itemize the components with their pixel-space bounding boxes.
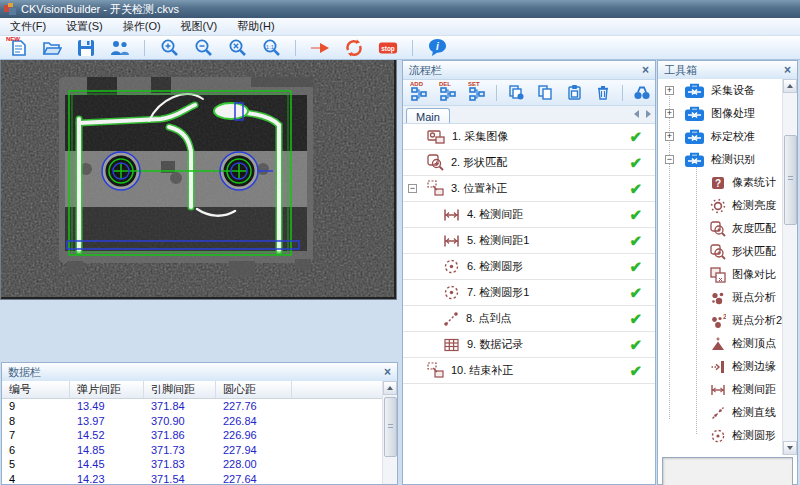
cell-center-dist: 227.94 [216,444,292,456]
flow-step-3[interactable]: − 3. 位置补正 ✔ [403,176,655,202]
zoom-actual-icon[interactable]: 1:1 [261,38,281,58]
toolbar-separator [144,40,145,56]
tool-brightness[interactable]: 检测亮度 [658,194,783,217]
camera-icon [427,129,445,145]
flow-step-8[interactable]: 8. 点到点 ✔ [403,306,655,332]
line-detect-icon [710,405,726,421]
expand-icon[interactable]: + [665,109,674,118]
position-correct-icon [427,180,444,197]
run-once-icon[interactable] [310,38,330,58]
scroll-up-button[interactable] [383,381,397,395]
stop-label: stop [381,44,395,52]
scroll-thumb[interactable] [784,135,797,225]
flow-step-2[interactable]: 2. 形状匹配 ✔ [403,150,655,176]
copy-settings-icon[interactable] [506,83,526,103]
toolbox-group-calibration[interactable]: + 标定校准 [658,125,783,148]
table-row[interactable]: 8 13.97 370.90 226.84 [2,414,383,429]
table-row[interactable]: 9 13.49 371.84 227.76 [2,399,383,414]
expand-icon[interactable]: + [665,86,674,95]
cell-spring-gap: 13.49 [70,400,144,412]
step-label: 10. 结束补正 [451,363,513,378]
zoom-fit-icon[interactable] [227,38,247,58]
toolbox-group-capture[interactable]: + 采集设备 [658,79,783,102]
cell-id: 4 [2,473,70,484]
tool-label: 图像对比 [732,267,776,282]
data-table: 编号 弹片间距 引脚间距 圆心距 9 13.49 371.84 227.76 8… [2,381,383,484]
shape-match-icon [427,154,444,171]
tool-pixel-stats[interactable]: ? 像素统计 [658,171,783,194]
col-header-id[interactable]: 编号 [2,381,70,398]
tool-image-compare[interactable]: 图像对比 [658,263,783,286]
col-header-center-dist[interactable]: 圆心距 [216,381,292,398]
step-label: 8. 点到点 [466,311,511,326]
scroll-down-button[interactable] [783,441,797,455]
table-row[interactable]: 7 14.52 371.86 226.96 [2,428,383,443]
tool-circle-detect[interactable]: 检测圆形 [658,424,783,447]
delete-tool-icon[interactable]: DEL [438,83,458,103]
close-icon[interactable]: × [784,64,791,76]
flow-step-9[interactable]: 9. 数据记录 ✔ [403,332,655,358]
question-glyph: ? [715,178,721,189]
close-icon[interactable]: × [642,64,649,76]
menu-help[interactable]: 帮助(H) [227,19,284,34]
expand-icon[interactable]: + [665,132,674,141]
menu-settings[interactable]: 设置(S) [56,19,113,34]
collapse-icon[interactable]: − [665,155,674,164]
table-row[interactable]: 4 14.23 371.54 227.64 [2,472,383,485]
cell-center-dist: 226.84 [216,415,292,427]
tab-scroll-right-icon[interactable] [646,110,651,118]
tool-blob-analysis[interactable]: 斑点分析 [658,286,783,309]
collapse-expander[interactable]: − [408,184,417,193]
tool-caliper[interactable]: 检测间距 [658,378,783,401]
tool-vertex-detect[interactable]: 检测顶点 [658,332,783,355]
users-icon[interactable] [110,38,130,58]
menu-operate[interactable]: 操作(O) [113,19,171,34]
vertex-detect-icon [710,336,726,352]
add-tool-icon[interactable]: ADD [409,83,429,103]
menu-view[interactable]: 视图(V) [171,19,228,34]
data-scrollbar[interactable] [382,381,397,484]
flow-step-4[interactable]: 4. 检测间距 ✔ [403,202,655,228]
flow-step-5[interactable]: 5. 检测间距1 ✔ [403,228,655,254]
save-icon[interactable] [76,38,96,58]
tool-line-detect[interactable]: 检测直线 [658,401,783,424]
info-icon[interactable]: i [427,38,447,58]
flow-step-7[interactable]: 7. 检测圆形1 ✔ [403,280,655,306]
tool-edge-detect[interactable]: 检测边缘 [658,355,783,378]
toolbox-group-image-processing[interactable]: + 图像处理 [658,102,783,125]
find-icon[interactable] [632,83,652,103]
tool-shape-match[interactable]: 形状匹配 [658,240,783,263]
zoom-out-icon[interactable] [193,38,213,58]
flow-step-6[interactable]: 6. 检测圆形 ✔ [403,254,655,280]
open-folder-icon[interactable] [42,38,62,58]
new-label: NEW [6,36,20,42]
menu-bar: 文件(F) 设置(S) 操作(O) 视图(V) 帮助(H) [0,18,800,36]
col-header-spring-gap[interactable]: 弹片间距 [70,381,144,398]
stop-icon[interactable]: stop [378,38,398,58]
toolbox-scrollbar[interactable] [782,79,797,455]
run-loop-icon[interactable] [344,38,364,58]
cell-center-dist: 227.64 [216,473,292,484]
zoom-in-icon[interactable] [159,38,179,58]
position-correct-icon [427,362,444,379]
scroll-up-button[interactable] [783,79,797,93]
flow-step-list: 1. 采集图像 ✔ 2. 形状匹配 ✔ − 3. 位置补正 ✔ [403,123,655,484]
flow-step-10[interactable]: 10. 结束补正 ✔ [403,358,655,384]
copy-icon[interactable] [535,83,555,103]
scroll-thumb[interactable] [384,397,397,457]
circle-detect-icon [710,428,726,444]
flow-step-1[interactable]: 1. 采集图像 ✔ [403,124,655,150]
tab-scroll-left-icon[interactable] [634,110,639,118]
menu-file[interactable]: 文件(F) [0,19,56,34]
col-header-pin-gap[interactable]: 引脚间距 [144,381,216,398]
close-icon[interactable]: × [384,366,391,378]
delete-icon[interactable] [593,83,613,103]
toolbox-group-detection[interactable]: − 检测识别 [658,148,783,171]
table-row[interactable]: 6 14.85 371.73 227.94 [2,443,383,458]
set-tool-icon[interactable]: SET [467,83,487,103]
tool-gray-match[interactable]: 灰度匹配 [658,217,783,240]
table-row[interactable]: 5 14.45 371.83 228.00 [2,457,383,472]
new-document-icon[interactable]: NEW [8,38,28,58]
tool-blob-analysis-2[interactable]: 2 斑点分析2 [658,309,783,332]
paste-icon[interactable] [564,83,584,103]
